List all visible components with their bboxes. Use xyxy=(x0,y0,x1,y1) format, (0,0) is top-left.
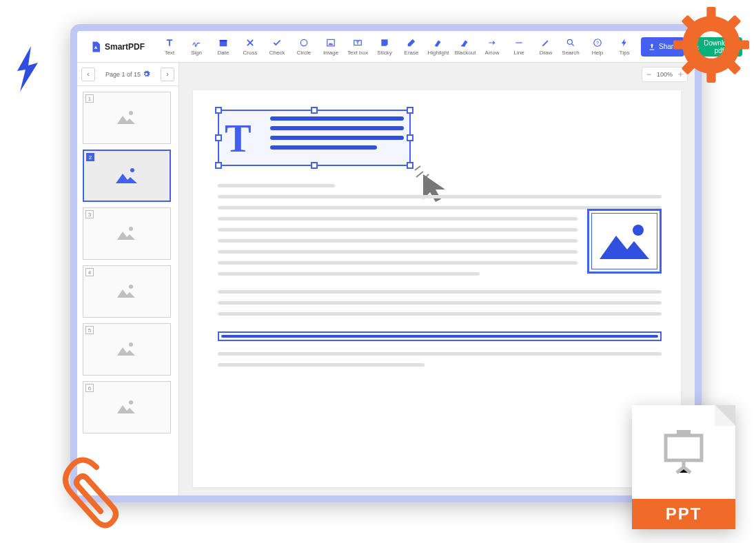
resize-handle[interactable] xyxy=(311,107,318,114)
tool-blackout[interactable]: Blackout xyxy=(453,34,478,60)
image-placeholder-icon xyxy=(597,219,652,263)
bolt-icon xyxy=(10,45,45,93)
settings-icon[interactable] xyxy=(143,70,150,78)
sign-icon xyxy=(191,37,202,48)
circle-icon xyxy=(298,37,309,48)
tool-date[interactable]: Date xyxy=(211,34,236,60)
cursor-icon xyxy=(413,165,455,206)
tool-image[interactable]: Image xyxy=(318,34,343,60)
resize-handle[interactable] xyxy=(311,162,318,169)
share-icon xyxy=(648,43,656,51)
svg-rect-1 xyxy=(706,70,715,83)
page-indicator: Page 1 of 15 xyxy=(105,70,150,78)
tool-draw[interactable]: Draw xyxy=(533,34,558,60)
help-icon: ? xyxy=(592,37,603,48)
tool-search[interactable]: Search xyxy=(558,34,583,60)
tool-arrow[interactable]: Arrow xyxy=(480,34,504,60)
image-placeholder-icon xyxy=(114,340,139,358)
calendar-icon xyxy=(218,37,229,48)
page-nav: ‹ Page 1 of 15 › xyxy=(77,63,178,86)
highlight-icon xyxy=(433,37,444,48)
image-placeholder-icon xyxy=(114,109,139,127)
tool-tips[interactable]: Tips xyxy=(612,34,637,60)
gear-icon xyxy=(673,7,749,83)
resize-handle[interactable] xyxy=(215,162,222,169)
svg-line-24 xyxy=(416,172,423,177)
selected-image-element[interactable] xyxy=(587,209,662,274)
page-thumbnails: 1 2 3 4 5 6 xyxy=(77,86,178,495)
tips-icon xyxy=(619,37,630,48)
tool-erase[interactable]: Erase xyxy=(399,34,424,60)
svg-rect-9 xyxy=(220,40,227,41)
thumb-3[interactable]: 3 xyxy=(83,207,171,260)
tool-cross[interactable]: Cross xyxy=(238,34,263,60)
app-window: SmartPDF Text Sign Date Cross Check Circ… xyxy=(70,24,702,502)
image-icon xyxy=(325,37,336,48)
next-page-button[interactable]: › xyxy=(161,68,174,81)
ppt-file-badge: PPT xyxy=(632,405,735,529)
svg-point-18 xyxy=(130,168,134,172)
presentation-icon xyxy=(656,423,711,478)
resize-handle[interactable] xyxy=(407,134,413,141)
image-placeholder-icon xyxy=(114,225,139,243)
tool-circle[interactable]: Circle xyxy=(292,34,316,60)
svg-point-20 xyxy=(129,285,133,289)
svg-point-10 xyxy=(300,39,307,45)
search-icon xyxy=(565,37,576,48)
pencil-icon xyxy=(540,37,551,48)
tool-sign[interactable]: Sign xyxy=(184,34,209,60)
prev-page-button[interactable]: ‹ xyxy=(81,68,95,81)
svg-rect-13 xyxy=(461,45,465,47)
svg-point-17 xyxy=(129,111,133,115)
zoom-out-button[interactable]: − xyxy=(646,70,651,79)
thumb-4[interactable]: 4 xyxy=(83,265,171,318)
sidebar: ‹ Page 1 of 15 › 1 2 3 4 5 6 xyxy=(77,63,179,495)
svg-rect-27 xyxy=(666,436,702,460)
brand: SmartPDF xyxy=(83,41,152,53)
svg-point-22 xyxy=(129,400,133,404)
paperclip-icon xyxy=(55,453,124,536)
tool-sticky[interactable]: Sticky xyxy=(372,34,397,60)
cross-icon xyxy=(245,37,256,48)
selected-line-element[interactable] xyxy=(218,331,662,341)
line-icon xyxy=(513,37,524,48)
image-placeholder-icon xyxy=(114,283,139,300)
svg-rect-3 xyxy=(737,40,749,49)
text-glyph-icon: T xyxy=(225,115,252,161)
help-tools: Search ?Help Tips xyxy=(558,34,637,60)
resize-handle[interactable] xyxy=(215,107,222,114)
canvas-area: − 100% + T xyxy=(179,63,695,495)
tool-textbox[interactable]: Text box xyxy=(345,34,370,60)
tool-check[interactable]: Check xyxy=(265,34,289,60)
blackout-icon xyxy=(460,37,471,48)
tool-help[interactable]: ?Help xyxy=(585,34,610,60)
thumb-6[interactable]: 6 xyxy=(83,381,171,433)
thumb-5[interactable]: 5 xyxy=(83,323,171,376)
thumb-2[interactable]: 2 xyxy=(83,150,171,202)
image-placeholder-icon xyxy=(114,398,139,416)
ppt-label: PPT xyxy=(632,499,735,529)
svg-point-14 xyxy=(567,39,572,44)
tool-line[interactable]: Line xyxy=(507,34,531,60)
brand-text: SmartPDF xyxy=(105,42,145,52)
svg-point-26 xyxy=(633,225,644,236)
document-page[interactable]: T xyxy=(193,90,681,487)
sticky-icon xyxy=(379,37,390,48)
thumb-1[interactable]: 1 xyxy=(83,92,171,144)
resize-handle[interactable] xyxy=(407,162,413,169)
resize-handle[interactable] xyxy=(215,134,222,141)
svg-rect-0 xyxy=(706,7,715,19)
check-icon xyxy=(272,37,283,48)
text-icon xyxy=(164,37,175,48)
brand-icon xyxy=(90,41,102,53)
selected-text-element[interactable]: T xyxy=(218,110,411,166)
erase-icon xyxy=(406,37,417,48)
resize-handle[interactable] xyxy=(407,107,413,114)
image-placeholder-icon xyxy=(113,165,141,186)
annotation-tools: Text Sign Date Cross Check Circle Image … xyxy=(157,34,558,60)
svg-rect-28 xyxy=(677,430,691,434)
zoom-value: 100% xyxy=(657,71,673,78)
tool-highlight[interactable]: Highlight xyxy=(426,34,451,60)
tool-text[interactable]: Text xyxy=(157,34,182,60)
top-toolbar: SmartPDF Text Sign Date Cross Check Circ… xyxy=(77,31,695,63)
